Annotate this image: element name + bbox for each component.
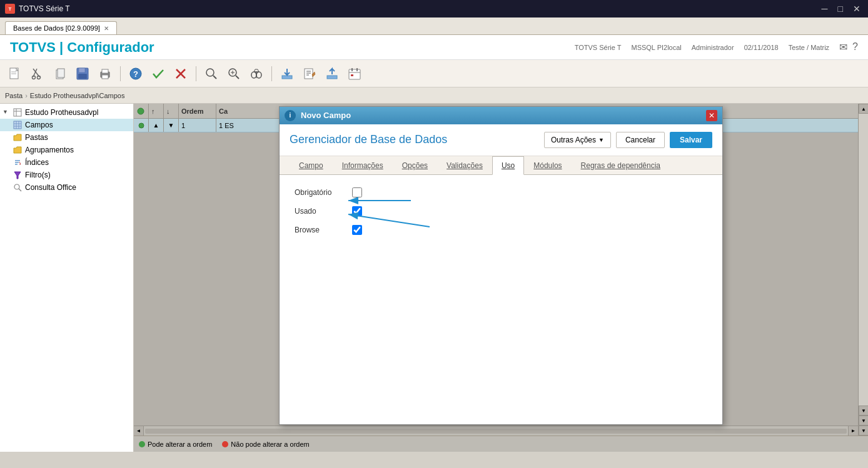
- svg-rect-29: [282, 76, 292, 79]
- svg-rect-10: [79, 68, 85, 72]
- svg-line-22: [236, 76, 239, 79]
- sidebar-consulta-label: Consulta Office: [25, 183, 76, 192]
- sidebar-item-indices[interactable]: Índices: [0, 156, 133, 169]
- toolbar-separator-3: [271, 66, 272, 81]
- toolbar: ?: [0, 60, 868, 87]
- svg-rect-44: [14, 121, 21, 129]
- app-icon: T: [5, 4, 15, 14]
- sidebar-item-estudo[interactable]: ▼ Estudo Protheusadvpl: [0, 106, 133, 119]
- toolbar-print-button[interactable]: [95, 64, 115, 84]
- dropdown-arrow-icon: ▼: [598, 137, 604, 143]
- toolbar-binoculars-button[interactable]: [246, 64, 266, 84]
- toolbar-export-button[interactable]: [322, 64, 342, 84]
- sidebar-pastas-label: Pastas: [25, 133, 48, 142]
- svg-marker-49: [14, 134, 21, 141]
- search-icon-sidebar: [13, 182, 23, 192]
- modal-content: Obrigatório Usado Browse: [280, 175, 722, 406]
- expand-icon: ▼: [3, 109, 10, 116]
- toolbar-check-button[interactable]: [148, 64, 168, 84]
- sidebar-item-consulta[interactable]: Consulta Office: [0, 181, 133, 194]
- minimize-button[interactable]: ─: [819, 4, 830, 14]
- title-bar: T TOTVS Série T ─ □ ✕: [0, 0, 868, 17]
- toolbar-help-button[interactable]: ?: [126, 64, 146, 84]
- toolbar-separator-2: [196, 66, 196, 81]
- toolbar-copy-button[interactable]: [50, 64, 70, 84]
- breadcrumb-pasta[interactable]: Pasta: [5, 92, 23, 99]
- browse-checkbox[interactable]: [352, 225, 362, 235]
- date-info: 02/11/2018: [744, 44, 779, 51]
- modal-title-left: i Novo Campo: [285, 110, 351, 121]
- tab-informacoes[interactable]: Informações: [333, 156, 393, 175]
- sidebar-campos-label: Campos: [25, 121, 53, 129]
- help-icon[interactable]: ?: [852, 41, 858, 53]
- svg-rect-11: [78, 74, 87, 79]
- cancelar-button[interactable]: Cancelar: [616, 132, 665, 148]
- main-tab[interactable]: Bases de Dados [02.9.0099] ✕: [5, 21, 117, 34]
- toolbar-cancel-button[interactable]: [171, 64, 191, 84]
- obrigatorio-label: Obrigatório: [295, 188, 345, 197]
- tab-label: Bases de Dados [02.9.0099]: [13, 24, 100, 32]
- breadcrumb-separator: ›: [25, 92, 28, 99]
- usado-checkbox[interactable]: [352, 206, 362, 216]
- field-browse-row: Browse: [295, 225, 707, 235]
- folder-icon-pastas: [13, 132, 23, 142]
- user-info: Administrador: [692, 44, 734, 51]
- maximize-button[interactable]: □: [835, 4, 845, 14]
- breadcrumb-bar: Pasta › Estudo Protheusadvpl\Campos: [0, 87, 868, 104]
- toolbar-calendar-button[interactable]: [345, 64, 365, 84]
- tab-campo-label: Campo: [299, 161, 323, 170]
- svg-text:?: ?: [133, 69, 138, 79]
- sidebar-item-agrupamentos[interactable]: Agrupamentos: [0, 144, 133, 156]
- tab-campo[interactable]: Campo: [290, 156, 333, 175]
- sidebar-item-filtros[interactable]: Filtro(s): [0, 169, 133, 181]
- toolbar-save-button[interactable]: [73, 64, 93, 84]
- outras-acoes-button[interactable]: Outras Ações ▼: [544, 132, 611, 148]
- tab-uso-label: Uso: [502, 161, 515, 170]
- sort-icon: [13, 157, 23, 167]
- toolbar-cut-button[interactable]: [28, 64, 48, 84]
- modal-close-button[interactable]: ✕: [706, 110, 717, 121]
- tab-regras[interactable]: Regras de dependência: [572, 156, 670, 175]
- tab-close-icon[interactable]: ✕: [104, 25, 109, 32]
- tab-modulos[interactable]: Módulos: [524, 156, 571, 175]
- toolbar-search-button[interactable]: [201, 64, 221, 84]
- tab-opcoes-label: Opções: [402, 161, 428, 170]
- modal-overlay: i Novo Campo ✕ Gerenciador de Base de Da…: [134, 104, 868, 452]
- modal-titlebar: i Novo Campo ✕: [280, 107, 722, 124]
- filter-icon: [13, 170, 23, 180]
- breadcrumb-campos[interactable]: Estudo Protheusadvpl\Campos: [30, 92, 125, 99]
- table-icon: [13, 107, 23, 117]
- close-button[interactable]: ✕: [850, 4, 863, 14]
- toolbar-new-button[interactable]: [5, 64, 25, 84]
- obrigatorio-checkbox[interactable]: [352, 187, 362, 197]
- modal-action-buttons: Outras Ações ▼ Cancelar Salvar: [544, 132, 712, 148]
- header-info: TOTVS Série T MSSQL PI2local Administrad…: [575, 41, 858, 53]
- sidebar-filtros-label: Filtro(s): [25, 171, 51, 179]
- tab-validacoes[interactable]: Validações: [437, 156, 492, 175]
- salvar-button[interactable]: Salvar: [670, 132, 712, 148]
- sidebar: ▼ Estudo Protheusadvpl Campos Pastas: [0, 104, 134, 452]
- toolbar-separator-1: [120, 66, 121, 81]
- sidebar-item-pastas[interactable]: Pastas: [0, 131, 133, 144]
- title-main: Configurador: [67, 39, 154, 55]
- mail-icon[interactable]: ✉: [839, 41, 847, 53]
- tab-bar: Bases de Dados [02.9.0099] ✕: [0, 17, 868, 35]
- toolbar-import-button[interactable]: [277, 64, 297, 84]
- tab-regras-label: Regras de dependência: [581, 161, 660, 170]
- db-info: MSSQL PI2local: [631, 44, 681, 51]
- tab-opcoes[interactable]: Opções: [393, 156, 437, 175]
- modal-dialog: i Novo Campo ✕ Gerenciador de Base de Da…: [279, 106, 723, 425]
- svg-line-56: [19, 189, 21, 191]
- toolbar-edit-button[interactable]: [300, 64, 320, 84]
- svg-rect-8: [58, 69, 64, 77]
- title-bar-text: TOTVS Série T: [19, 4, 70, 13]
- svg-rect-14: [102, 75, 108, 79]
- title-bar-controls[interactable]: ─ □ ✕: [819, 4, 863, 14]
- usado-label: Usado: [295, 207, 345, 216]
- tab-uso[interactable]: Uso: [492, 156, 524, 175]
- browse-label: Browse: [295, 226, 345, 234]
- sidebar-item-campos[interactable]: Campos: [0, 119, 133, 131]
- modal-title-text: Novo Campo: [301, 111, 351, 120]
- toolbar-search2-button[interactable]: [224, 64, 244, 84]
- svg-rect-41: [14, 109, 21, 116]
